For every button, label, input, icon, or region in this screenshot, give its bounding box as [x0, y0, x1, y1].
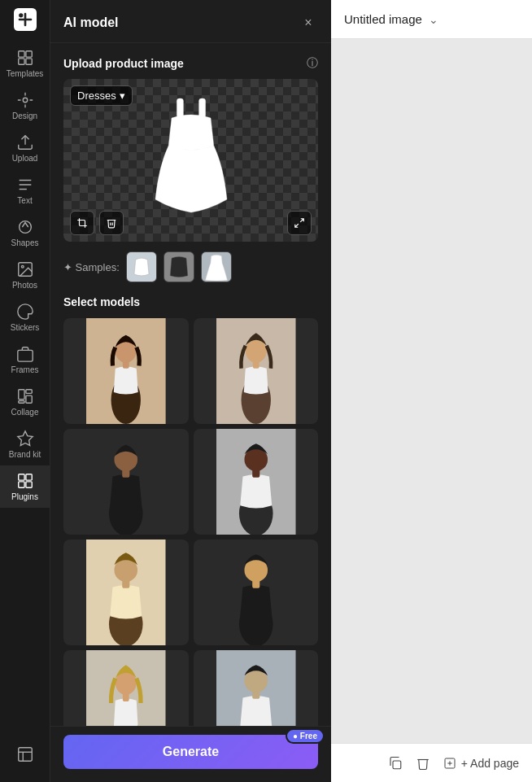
svg-rect-20: [18, 482, 24, 487]
svg-rect-17: [18, 401, 24, 404]
svg-rect-25: [177, 98, 183, 118]
expand-button[interactable]: [287, 211, 312, 235]
svg-rect-14: [18, 390, 24, 400]
model-card-7[interactable]: [63, 650, 189, 726]
model-card-2[interactable]: [194, 318, 319, 424]
svg-point-38: [245, 339, 266, 363]
svg-rect-21: [25, 482, 31, 487]
svg-rect-16: [25, 395, 31, 403]
upload-toolbar: [70, 211, 124, 235]
sidebar-item-templates[interactable]: Templates: [0, 42, 50, 85]
sidebar-item-stickers[interactable]: Stickers: [0, 296, 50, 339]
sidebar-item-upload[interactable]: Upload: [0, 127, 50, 169]
model-card-3[interactable]: [63, 429, 189, 535]
category-dropdown[interactable]: Dresses ▾: [70, 85, 133, 106]
sidebar-item-collage[interactable]: Collage: [0, 381, 50, 423]
sample-thumb-3[interactable]: [201, 251, 232, 282]
svg-rect-18: [18, 474, 24, 480]
dropdown-chevron-icon: ▾: [120, 90, 125, 102]
sidebar-item-shapes[interactable]: Shapes: [0, 212, 50, 254]
svg-point-12: [21, 265, 24, 268]
delete-image-button[interactable]: [99, 211, 124, 235]
crop-button[interactable]: [70, 211, 94, 235]
generate-footer: Generate ● Free: [50, 726, 331, 782]
generate-button[interactable]: Generate ● Free: [63, 735, 318, 769]
svg-rect-15: [25, 390, 31, 394]
sidebar-item-brand[interactable]: Brand kit: [0, 423, 50, 465]
bottom-bar: + Add page: [331, 743, 532, 782]
svg-rect-5: [25, 51, 31, 57]
upload-section-title: Upload product image: [63, 57, 184, 70]
sample-thumb-1[interactable]: [126, 251, 157, 282]
sidebar: Templates Design Upload Text Shapes Phot…: [0, 0, 50, 782]
svg-point-3: [19, 13, 23, 17]
panel-header: AI model ×: [50, 0, 331, 43]
svg-rect-71: [393, 761, 401, 769]
svg-rect-19: [25, 474, 31, 480]
panel-body: Upload product image ⓘ Dresses ▾: [50, 43, 331, 726]
topbar: Untitled image ⌄: [331, 0, 532, 39]
info-icon[interactable]: ⓘ: [307, 56, 318, 71]
ai-model-panel: AI model × Upload product image ⓘ Dresse…: [50, 0, 331, 782]
close-button[interactable]: ×: [299, 13, 318, 33]
samples-label: ✦ Samples:: [63, 261, 120, 273]
model-card-1[interactable]: [63, 318, 189, 424]
model-card-6[interactable]: [194, 540, 319, 645]
svg-rect-26: [198, 98, 205, 118]
upload-area[interactable]: Dresses ▾: [63, 79, 318, 242]
sample-thumb-2[interactable]: [164, 251, 194, 282]
canvas-area[interactable]: [331, 39, 532, 743]
model-card-8[interactable]: [194, 650, 319, 726]
title-chevron-icon[interactable]: ⌄: [429, 13, 438, 26]
free-badge: ● Free: [286, 728, 325, 744]
delete-page-button[interactable]: [416, 756, 430, 771]
document-title: Untitled image: [344, 12, 422, 26]
model-card-5[interactable]: [63, 540, 189, 645]
sidebar-item-photos[interactable]: Photos: [0, 254, 50, 296]
svg-rect-22: [18, 748, 32, 762]
sidebar-item-frames[interactable]: Frames: [0, 339, 50, 381]
svg-rect-4: [18, 51, 24, 57]
duplicate-page-button[interactable]: [388, 756, 403, 771]
svg-rect-7: [25, 59, 31, 64]
panel-title: AI model: [63, 15, 119, 30]
svg-point-8: [23, 98, 28, 103]
upload-section-header: Upload product image ⓘ: [63, 56, 318, 71]
sidebar-item-more[interactable]: [0, 733, 50, 775]
add-page-button[interactable]: + Add page: [443, 757, 519, 770]
upload-toolbar-right: [287, 211, 312, 235]
main-area: Untitled image ⌄ + Add page: [331, 0, 532, 782]
svg-rect-13: [17, 350, 32, 361]
samples-row: ✦ Samples:: [63, 251, 318, 282]
models-section-title: Select models: [63, 295, 318, 308]
models-grid: [63, 318, 318, 726]
app-logo[interactable]: [12, 7, 38, 33]
sidebar-item-plugins[interactable]: Plugins: [0, 465, 50, 508]
model-card-4[interactable]: [194, 429, 319, 535]
sidebar-item-design[interactable]: Design: [0, 85, 50, 127]
sidebar-item-text[interactable]: Text: [0, 169, 50, 212]
svg-rect-6: [18, 59, 24, 64]
sidebar-bottom: [0, 733, 50, 775]
